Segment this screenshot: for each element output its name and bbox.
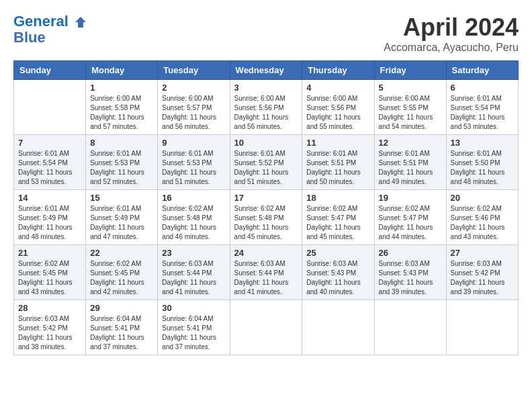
day-number: 27 <box>451 248 514 258</box>
calendar-cell: 21Sunrise: 6:02 AMSunset: 5:45 PMDayligh… <box>14 245 86 300</box>
calendar-cell: 18Sunrise: 6:02 AMSunset: 5:47 PMDayligh… <box>302 190 374 245</box>
day-number: 26 <box>379 248 442 258</box>
day-number: 29 <box>90 303 153 313</box>
day-info: Sunrise: 6:02 AMSunset: 5:47 PMDaylight:… <box>306 204 369 242</box>
calendar-cell: 29Sunrise: 6:04 AMSunset: 5:41 PMDayligh… <box>86 300 158 355</box>
calendar-cell: 12Sunrise: 6:01 AMSunset: 5:51 PMDayligh… <box>374 135 446 190</box>
day-info: Sunrise: 6:01 AMSunset: 5:49 PMDaylight:… <box>90 204 153 242</box>
svg-marker-0 <box>75 17 86 28</box>
location: Accomarca, Ayacucho, Peru <box>384 42 519 54</box>
calendar-cell: 19Sunrise: 6:02 AMSunset: 5:47 PMDayligh… <box>374 190 446 245</box>
day-number: 30 <box>162 303 225 313</box>
calendar-cell <box>374 300 446 355</box>
day-info: Sunrise: 6:03 AMSunset: 5:44 PMDaylight:… <box>162 259 225 297</box>
calendar-cell: 8Sunrise: 6:01 AMSunset: 5:53 PMDaylight… <box>86 135 158 190</box>
header-wednesday: Wednesday <box>230 61 302 80</box>
calendar-cell: 4Sunrise: 6:00 AMSunset: 5:56 PMDaylight… <box>302 80 374 135</box>
day-info: Sunrise: 6:01 AMSunset: 5:53 PMDaylight:… <box>90 149 153 187</box>
day-info: Sunrise: 6:01 AMSunset: 5:52 PMDaylight:… <box>234 149 298 187</box>
day-info: Sunrise: 6:01 AMSunset: 5:50 PMDaylight:… <box>451 149 514 187</box>
page-header: General Blue April 2024 Accomarca, Ayacu… <box>13 13 519 54</box>
header-row: SundayMondayTuesdayWednesdayThursdayFrid… <box>14 61 519 80</box>
day-number: 12 <box>379 138 442 148</box>
day-number: 24 <box>234 248 298 258</box>
day-info: Sunrise: 6:01 AMSunset: 5:49 PMDaylight:… <box>18 204 81 242</box>
day-number: 10 <box>234 138 298 148</box>
day-number: 11 <box>306 138 369 148</box>
day-number: 7 <box>18 138 81 148</box>
day-number: 14 <box>18 193 81 203</box>
day-info: Sunrise: 6:03 AMSunset: 5:43 PMDaylight:… <box>379 259 442 297</box>
day-info: Sunrise: 6:03 AMSunset: 5:42 PMDaylight:… <box>18 314 81 352</box>
calendar-cell: 3Sunrise: 6:00 AMSunset: 5:56 PMDaylight… <box>230 80 302 135</box>
calendar-cell: 22Sunrise: 6:02 AMSunset: 5:45 PMDayligh… <box>86 245 158 300</box>
calendar-cell: 6Sunrise: 6:01 AMSunset: 5:54 PMDaylight… <box>446 80 518 135</box>
calendar-cell <box>230 300 302 355</box>
day-number: 21 <box>18 248 81 258</box>
day-info: Sunrise: 6:02 AMSunset: 5:45 PMDaylight:… <box>90 259 153 297</box>
calendar-cell <box>302 300 374 355</box>
day-number: 16 <box>162 193 225 203</box>
month-title: April 2024 <box>384 13 519 42</box>
day-number: 22 <box>90 248 153 258</box>
day-info: Sunrise: 6:02 AMSunset: 5:48 PMDaylight:… <box>234 204 298 242</box>
calendar-cell: 10Sunrise: 6:01 AMSunset: 5:52 PMDayligh… <box>230 135 302 190</box>
day-info: Sunrise: 6:00 AMSunset: 5:58 PMDaylight:… <box>90 94 153 132</box>
calendar-cell: 23Sunrise: 6:03 AMSunset: 5:44 PMDayligh… <box>158 245 230 300</box>
day-number: 9 <box>162 138 225 148</box>
day-info: Sunrise: 6:02 AMSunset: 5:47 PMDaylight:… <box>379 204 442 242</box>
day-info: Sunrise: 6:04 AMSunset: 5:41 PMDaylight:… <box>90 314 153 352</box>
day-info: Sunrise: 6:01 AMSunset: 5:51 PMDaylight:… <box>306 149 369 187</box>
logo-general: General <box>13 13 69 30</box>
header-tuesday: Tuesday <box>158 61 230 80</box>
week-row-4: 21Sunrise: 6:02 AMSunset: 5:45 PMDayligh… <box>14 245 519 300</box>
day-info: Sunrise: 6:00 AMSunset: 5:57 PMDaylight:… <box>162 94 225 132</box>
day-number: 15 <box>90 193 153 203</box>
header-saturday: Saturday <box>446 61 518 80</box>
calendar-cell: 14Sunrise: 6:01 AMSunset: 5:49 PMDayligh… <box>14 190 86 245</box>
week-row-2: 7Sunrise: 6:01 AMSunset: 5:54 PMDaylight… <box>14 135 519 190</box>
day-info: Sunrise: 6:00 AMSunset: 5:56 PMDaylight:… <box>234 94 298 132</box>
title-section: April 2024 Accomarca, Ayacucho, Peru <box>384 13 519 54</box>
calendar-cell: 25Sunrise: 6:03 AMSunset: 5:43 PMDayligh… <box>302 245 374 300</box>
week-row-3: 14Sunrise: 6:01 AMSunset: 5:49 PMDayligh… <box>14 190 519 245</box>
day-number: 1 <box>90 83 153 93</box>
day-number: 4 <box>306 83 369 93</box>
day-info: Sunrise: 6:00 AMSunset: 5:56 PMDaylight:… <box>306 94 369 132</box>
calendar-cell: 1Sunrise: 6:00 AMSunset: 5:58 PMDaylight… <box>86 80 158 135</box>
calendar-cell: 28Sunrise: 6:03 AMSunset: 5:42 PMDayligh… <box>14 300 86 355</box>
logo-blue: Blue <box>13 30 87 46</box>
calendar-cell: 17Sunrise: 6:02 AMSunset: 5:48 PMDayligh… <box>230 190 302 245</box>
calendar-cell <box>14 80 86 135</box>
calendar-cell: 7Sunrise: 6:01 AMSunset: 5:54 PMDaylight… <box>14 135 86 190</box>
day-number: 28 <box>18 303 81 313</box>
header-thursday: Thursday <box>302 61 374 80</box>
day-info: Sunrise: 6:02 AMSunset: 5:46 PMDaylight:… <box>451 204 514 242</box>
day-info: Sunrise: 6:03 AMSunset: 5:42 PMDaylight:… <box>451 259 514 297</box>
calendar-cell <box>446 300 518 355</box>
day-number: 19 <box>379 193 442 203</box>
day-number: 23 <box>162 248 225 258</box>
calendar-cell: 26Sunrise: 6:03 AMSunset: 5:43 PMDayligh… <box>374 245 446 300</box>
calendar-cell: 27Sunrise: 6:03 AMSunset: 5:42 PMDayligh… <box>446 245 518 300</box>
calendar-cell: 15Sunrise: 6:01 AMSunset: 5:49 PMDayligh… <box>86 190 158 245</box>
day-number: 20 <box>451 193 514 203</box>
day-info: Sunrise: 6:02 AMSunset: 5:45 PMDaylight:… <box>18 259 81 297</box>
calendar-cell: 20Sunrise: 6:02 AMSunset: 5:46 PMDayligh… <box>446 190 518 245</box>
day-number: 13 <box>451 138 514 148</box>
day-info: Sunrise: 6:04 AMSunset: 5:41 PMDaylight:… <box>162 314 225 352</box>
calendar-cell: 30Sunrise: 6:04 AMSunset: 5:41 PMDayligh… <box>158 300 230 355</box>
day-info: Sunrise: 6:00 AMSunset: 5:55 PMDaylight:… <box>379 94 442 132</box>
header-monday: Monday <box>86 61 158 80</box>
calendar-table: SundayMondayTuesdayWednesdayThursdayFrid… <box>13 60 519 355</box>
day-info: Sunrise: 6:03 AMSunset: 5:44 PMDaylight:… <box>234 259 298 297</box>
calendar-cell: 13Sunrise: 6:01 AMSunset: 5:50 PMDayligh… <box>446 135 518 190</box>
calendar-cell: 5Sunrise: 6:00 AMSunset: 5:55 PMDaylight… <box>374 80 446 135</box>
day-info: Sunrise: 6:03 AMSunset: 5:43 PMDaylight:… <box>306 259 369 297</box>
logo-text: General <box>13 13 87 30</box>
day-number: 25 <box>306 248 369 258</box>
day-info: Sunrise: 6:01 AMSunset: 5:53 PMDaylight:… <box>162 149 225 187</box>
logo: General Blue <box>13 13 87 46</box>
day-number: 17 <box>234 193 298 203</box>
day-number: 6 <box>451 83 514 93</box>
